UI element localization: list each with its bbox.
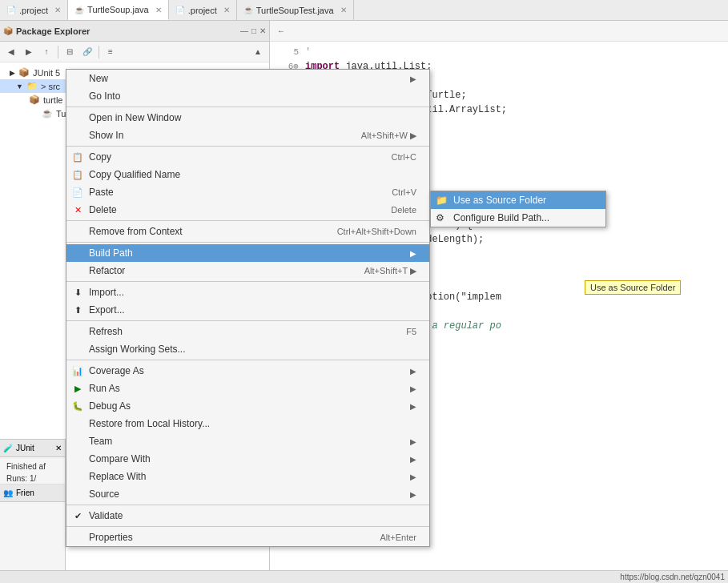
line-num-5: 5 [276, 45, 299, 59]
friends-header: 👥 Frien [0, 484, 65, 502]
menu-sep-4 [66, 242, 429, 243]
pe-minimize-btn[interactable]: — [240, 26, 248, 35]
menu-item-opennewwindow[interactable]: Open in New Window [66, 109, 429, 127]
menu-label-restorefromlocalhistory: Restore from Local History... [89, 418, 210, 429]
junit-finished-text: Finished af [3, 460, 62, 472]
tab-project2[interactable]: 📄 .project ✕ [169, 0, 237, 20]
pe-toolbar: ◀ ▶ ↑ ⊟ 🔗 ≡ ▲ [0, 42, 269, 62]
pe-link-btn[interactable]: 🔗 [79, 44, 95, 60]
tab-close-project2[interactable]: ✕ [223, 6, 230, 14]
pe-maximize-btn[interactable]: □ [251, 26, 256, 35]
menu-shortcut-copy: Ctrl+C [392, 152, 416, 162]
pe-icon: 📦 [3, 26, 13, 35]
delete-icon: ✕ [71, 203, 84, 216]
pe-forward-btn[interactable]: ▶ [21, 44, 37, 60]
tab-close-project1[interactable]: ✕ [54, 6, 61, 14]
menu-label-validate: Validate [89, 510, 123, 521]
tab-close-turtlesouptest[interactable]: ✕ [340, 6, 347, 14]
menu-item-new[interactable]: New ▶ [66, 70, 429, 87]
export-icon: ⬆ [71, 304, 84, 316]
status-url: https://blog.csdn.net/qzn0041 [620, 573, 725, 581]
menu-item-assignworkingsets[interactable]: Assign Working Sets... [66, 340, 429, 358]
tab-turtlesouptest[interactable]: ☕ TurtleSoupTest.java ✕ [237, 0, 354, 20]
menu-arrow-runas: ▶ [410, 384, 416, 393]
menu-item-paste[interactable]: 📄 Paste Ctrl+V [66, 183, 429, 201]
menu-item-gointo[interactable]: Go Into [66, 87, 429, 105]
junit-close[interactable]: ✕ [55, 444, 62, 452]
friends-label: Frien [16, 489, 34, 497]
pe-up-btn[interactable]: ↑ [38, 44, 54, 60]
tab-label-project1: .project [19, 6, 48, 15]
menu-shortcut-properties: Alt+Enter [380, 533, 416, 542]
menu-label-copy: Copy [89, 151, 111, 163]
menu-sep-3 [66, 220, 429, 221]
menu-label-assignworkingsets: Assign Working Sets... [89, 344, 186, 355]
menu-item-validate[interactable]: ✔ Validate [66, 507, 429, 525]
code-line-5: 5 ' [276, 45, 722, 59]
menu-item-copy[interactable]: 📋 Copy Ctrl+C [66, 148, 429, 166]
menu-item-runas[interactable]: ▶ Run As ▶ [66, 380, 429, 397]
menu-item-delete[interactable]: ✕ Delete Delete [66, 201, 429, 219]
copyqualified-icon: 📋 [71, 168, 84, 181]
menu-item-refactor[interactable]: Refactor Alt+Shift+T ▶ [66, 262, 429, 279]
menu-item-debugas[interactable]: 🐛 Debug As ▶ [66, 397, 429, 415]
pe-junit5-icon: 📦 [18, 67, 30, 78]
tab-close-turtlesoup[interactable]: ✕ [155, 6, 162, 14]
pe-item-label-src: > src [41, 82, 60, 91]
pe-collapse-btn[interactable]: ⊟ [62, 44, 78, 60]
tab-icon-project2: 📄 [175, 6, 185, 14]
menu-label-buildpath: Build Path [89, 247, 133, 259]
menu-item-refresh[interactable]: Refresh F5 [66, 323, 429, 340]
tooltip-useasource: Use as Source Folder [585, 280, 681, 295]
menu-arrow-debugas: ▶ [410, 402, 416, 411]
menu-item-showin[interactable]: Show In Alt+Shift+W ▶ [66, 127, 429, 144]
pe-item-label-junit5: JUnit 5 [33, 68, 60, 78]
menu-sep-8 [66, 505, 429, 505]
tab-project1[interactable]: 📄 .project ✕ [0, 0, 68, 20]
menu-label-refresh: Refresh [89, 326, 123, 337]
menu-arrow-team: ▶ [410, 437, 416, 446]
menu-sep-5 [66, 281, 429, 282]
menu-label-showin: Show In [89, 130, 123, 141]
menu-sep-2 [66, 146, 429, 147]
menu-shortcut-refresh: F5 [406, 327, 416, 336]
menu-label-copyqualified: Copy Qualified Name [89, 169, 180, 180]
status-bar: https://blog.csdn.net/qzn0041 [0, 570, 728, 583]
submenu-label-useasource: Use as Source Folder [453, 195, 546, 206]
menu-item-source[interactable]: Source ▶ [66, 485, 429, 503]
menu-arrow-coverageas: ▶ [410, 367, 416, 376]
menu-label-opennewwindow: Open in New Window [89, 112, 181, 123]
pe-scroll-up-btn[interactable]: ▲ [250, 44, 266, 60]
menu-label-paste: Paste [89, 187, 114, 198]
menu-sep-9 [66, 526, 429, 527]
debug-icon: 🐛 [71, 400, 84, 412]
editor-toolbar-btn[interactable]: ← [273, 23, 289, 39]
tab-turtlesoup[interactable]: ☕ TurtleSoup.java ✕ [68, 0, 169, 20]
code-text-5: ' [305, 45, 311, 59]
menu-item-properties[interactable]: Properties Alt+Enter [66, 529, 429, 546]
menu-item-comparewith[interactable]: Compare With ▶ [66, 450, 429, 468]
submenu-item-useasource[interactable]: 📁 Use as Source Folder [431, 191, 605, 209]
menu-item-restorefromlocalhistory[interactable]: Restore from Local History... [66, 415, 429, 432]
junit-title: JUnit [16, 444, 34, 452]
menu-item-coverageas[interactable]: 📊 Coverage As ▶ [66, 362, 429, 380]
menu-item-buildpath[interactable]: Build Path ▶ [66, 244, 429, 262]
menu-label-new: New [89, 73, 108, 84]
pe-menu-btn[interactable]: ≡ [103, 44, 119, 60]
pe-package-icon: 📦 [29, 94, 40, 105]
menu-item-replacewith[interactable]: Replace With ▶ [66, 468, 429, 485]
menu-sep-1 [66, 107, 429, 107]
configurebuildpath-icon: ⚙ [436, 212, 444, 223]
pe-close-btn[interactable]: ✕ [259, 26, 266, 35]
menu-item-export[interactable]: ⬆ Export... [66, 301, 429, 319]
menu-item-copyqualified[interactable]: 📋 Copy Qualified Name [66, 166, 429, 183]
pe-back-btn[interactable]: ◀ [3, 44, 19, 60]
menu-item-team[interactable]: Team ▶ [66, 432, 429, 450]
tab-label-project2: .project [188, 6, 217, 15]
editor-toolbar: ← [270, 21, 728, 42]
menu-item-removefromcontext[interactable]: Remove from Context Ctrl+Alt+Shift+Down [66, 223, 429, 240]
menu-item-import[interactable]: ⬇ Import... [66, 283, 429, 301]
context-menu: New ▶ Go Into Open in New Window Show In… [66, 69, 430, 547]
submenu-item-configurebuildpath[interactable]: ⚙ Configure Build Path... [431, 209, 605, 227]
tab-label-turtlesouptest: TurtleSoupTest.java [256, 6, 334, 15]
